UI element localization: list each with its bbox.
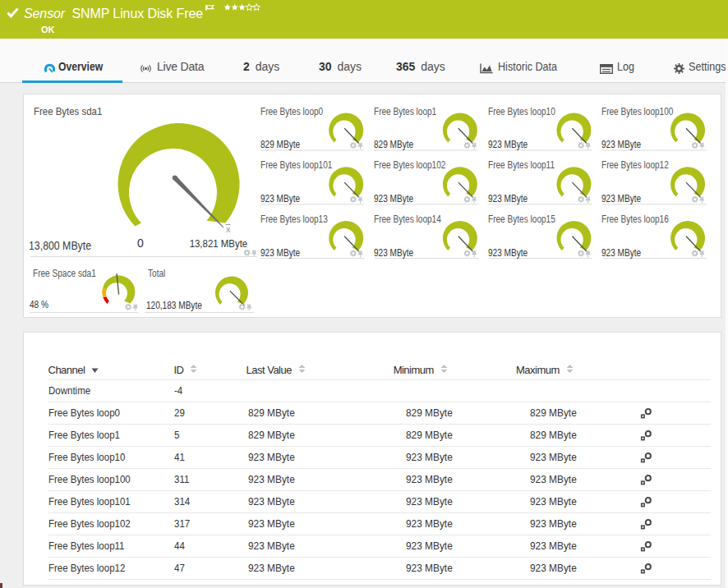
svg-text:x: x [226,224,231,234]
